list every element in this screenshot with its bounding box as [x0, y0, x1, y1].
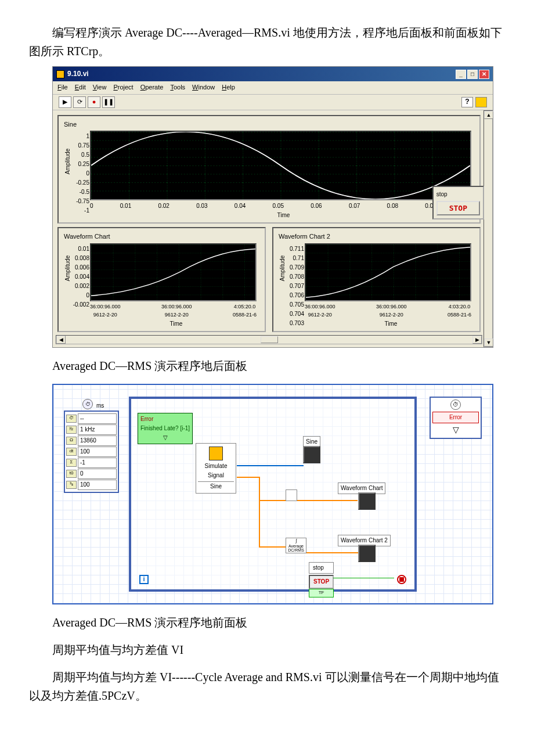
plot-area[interactable]: Amplitude 0.711 0.71 0.709 0.708 0.707 0… [305, 243, 471, 301]
config-icon: dt [66, 448, 77, 456]
config-value[interactable]: -- [78, 413, 117, 424]
clock-unit-label: ms [96, 401, 104, 411]
iteration-terminal[interactable]: i [139, 575, 149, 584]
sine-plot-area[interactable]: Amplitude 1 0.75 0.5 0.25 0 -0.25 -0.5 -… [90, 131, 471, 200]
wire [305, 552, 359, 553]
wire [237, 465, 304, 466]
wire [259, 500, 358, 501]
sine-indicator-icon[interactable] [303, 446, 320, 463]
help-icon[interactable]: ? [461, 97, 473, 107]
run-button[interactable]: ▶ [59, 96, 71, 108]
stop-button[interactable]: STOP [309, 575, 334, 589]
wire [333, 578, 394, 578]
caption-back-panel: Averaged DC—RMS 演示程序地后面板 [29, 357, 505, 375]
plot-area[interactable]: Amplitude 0.01 0.008 0.006 0.004 0.002 0… [90, 243, 257, 301]
y-tick-labels: 0.711 0.71 0.709 0.708 0.707 0.706 0.705… [278, 244, 304, 300]
x-tick-labels: 36:00:96.000 9612-2-20 36:00:96.000 9612… [305, 301, 471, 319]
config-value[interactable]: 0 [78, 469, 117, 479]
waveform-chart-2-icon[interactable] [358, 545, 376, 562]
stop-button[interactable]: STOP [436, 201, 480, 215]
x-tick-labels: 0 0.01 0.02 0.03 0.04 0.05 0.06 0.07 0.0… [90, 200, 471, 211]
y-tick-labels: 0.01 0.008 0.006 0.004 0.002 0 -0.002 [63, 244, 89, 300]
wire [259, 500, 260, 546]
waveform-chart-2: Waveform Chart 2 Amplitude 0.711 0.71 0.… [272, 227, 481, 332]
toolbar: ▶ ⟳ ● ❚❚ ? [53, 95, 493, 110]
config-value[interactable]: -1 [78, 458, 117, 468]
config-icon: Ω [66, 437, 77, 445]
stop-label: stop [436, 190, 480, 199]
config-icon: ⏱ [66, 415, 77, 423]
block-diagram: ⏱ ms ⏱-- ㎐1 kHz Ω13860 dt100 Σ-1 t00 ³₂1… [52, 384, 493, 604]
vi-icon [56, 70, 64, 78]
waveform-chart-1-icon[interactable] [358, 492, 376, 510]
maximize-button[interactable]: □ [467, 70, 478, 79]
loop-config[interactable]: ⏱-- ㎐1 kHz Ω13860 dt100 Σ-1 t00 ³₂100 [64, 411, 119, 493]
close-button[interactable]: ✕ [479, 70, 489, 79]
menu-tools[interactable]: Tools [170, 82, 185, 93]
titlebar[interactable]: 9.10.vi _ □ ✕ [53, 67, 493, 81]
pause-button[interactable]: ❚❚ [102, 96, 115, 108]
x-axis-label: Time [90, 211, 477, 220]
config-value[interactable]: 100 [78, 447, 117, 457]
clock-icon: ⏱ [450, 399, 461, 410]
simulate-signal-node[interactable]: Simulate Signal Sine [196, 443, 236, 494]
stop-control[interactable]: stop STOP TF [309, 562, 334, 597]
vertical-scrollbar[interactable]: ▲ ▼ [484, 110, 493, 347]
wire [259, 546, 287, 548]
tf-terminal: TF [309, 589, 334, 597]
body-paragraph: 周期平均值与均方差 VI------Cycle Average and RMS.… [29, 668, 505, 705]
chart-title: Waveform Chart [61, 231, 262, 243]
menu-edit[interactable]: Edit [75, 82, 86, 93]
config-icon: ³₂ [66, 481, 77, 489]
menu-project[interactable]: Project [113, 82, 133, 93]
waveform-chart-1: Waveform Chart Amplitude 0.01 0.008 0.00… [57, 227, 266, 332]
loop-output-terminal[interactable]: ⏱ Error ▽ [430, 397, 482, 439]
stop-label: stop [309, 562, 334, 574]
minimize-button[interactable]: _ [456, 70, 466, 79]
horizontal-scrollbar[interactable]: ◀ ▶ [56, 335, 482, 344]
wire [259, 477, 260, 500]
convert-node[interactable] [286, 489, 297, 501]
menu-view[interactable]: View [93, 82, 107, 93]
chart-title: Sine [61, 118, 477, 131]
subheading: 周期平均值与均方差值 VI [29, 640, 505, 659]
chevron-down-icon: ▽ [432, 423, 479, 436]
error-indicator: Error [432, 412, 479, 423]
config-icon: t0 [66, 470, 77, 478]
config-value[interactable]: 1 kHz [78, 424, 117, 435]
x-tick-labels: 36:00:96.000 9612-2-20 36:00:96.000 9612… [90, 301, 257, 319]
error-tunnel[interactable]: Error Finished Late? [i-1] ▽ [138, 413, 193, 444]
svg-rect-1 [91, 244, 255, 300]
config-value[interactable]: 100 [78, 480, 117, 490]
front-panel-content: ▲ ▼ Sine Amplitude 1 0.75 0.5 0.25 0 -0.… [53, 110, 493, 347]
stop-container: stop STOP [432, 186, 484, 219]
config-icon: ㎐ [66, 426, 77, 434]
menu-file[interactable]: File [57, 82, 68, 93]
extra-icon[interactable] [475, 97, 487, 107]
intro-paragraph: 编写程序演示 Average DC----Averaged—RMS.vi 地使用… [29, 23, 505, 60]
config-icon: Σ [66, 459, 77, 467]
sine-chart: Sine Amplitude 1 0.75 0.5 0.25 0 -0.25 -… [57, 115, 481, 224]
menu-window[interactable]: Window [192, 82, 215, 93]
abort-button[interactable]: ● [88, 96, 100, 108]
x-axis-label: Time [90, 319, 262, 329]
menu-help[interactable]: Help [222, 82, 235, 93]
menubar: File Edit View Project Operate Tools Win… [53, 81, 493, 95]
average-dc-rms-node[interactable]: ∫ Average DC/RMS [286, 538, 306, 553]
metronome-icon[interactable]: ⏱ [82, 399, 93, 409]
simulate-signal-icon [209, 447, 223, 460]
front-panel-window: 9.10.vi _ □ ✕ File Edit View Project Ope… [52, 66, 493, 348]
x-axis-label: Time [305, 319, 477, 329]
wire [237, 477, 260, 478]
config-value[interactable]: 13860 [78, 435, 117, 446]
caption-front-panel: Averaged DC—RMS 演示程序地前面板 [29, 613, 505, 632]
run-continuous-button[interactable]: ⟳ [73, 96, 86, 108]
menu-operate[interactable]: Operate [140, 82, 164, 93]
y-tick-labels: 1 0.75 0.5 0.25 0 -0.25 -0.5 -0.75 -1 [63, 132, 89, 199]
window-title: 9.10.vi [67, 69, 89, 80]
svg-rect-2 [306, 244, 470, 300]
loop-stop-terminal[interactable] [397, 575, 406, 584]
chart-title: Waveform Chart 2 [276, 231, 477, 243]
